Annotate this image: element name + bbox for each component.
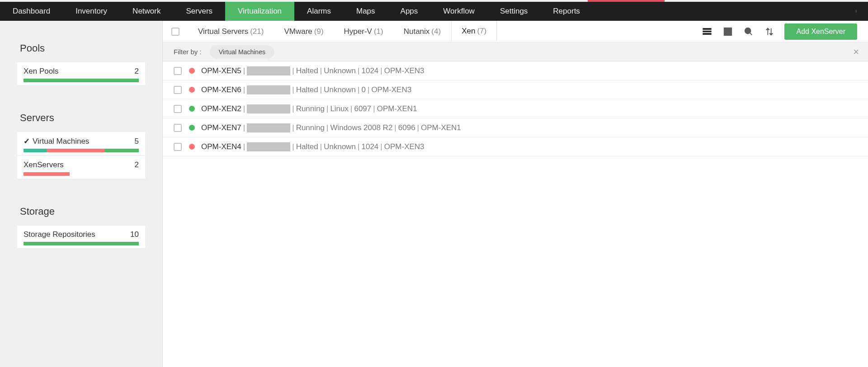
vm-row-checkbox[interactable] — [174, 105, 182, 113]
grid-view-icon[interactable] — [722, 26, 734, 38]
vm-memory: 6096 — [398, 123, 415, 132]
list-view-icon[interactable] — [701, 26, 713, 38]
sidebar-section-storage: StorageStorage Repositories10 — [0, 206, 162, 248]
tab-label: Xen — [462, 27, 475, 36]
vm-redacted — [247, 66, 290, 75]
tab-label: Virtual Servers — [198, 27, 248, 36]
vm-redacted — [247, 123, 290, 132]
status-dot-icon — [189, 106, 195, 112]
vm-redacted — [247, 104, 290, 113]
vm-host: OPM-XEN3 — [371, 85, 411, 94]
tab-label: VMware — [284, 27, 312, 36]
sidebar-row-label: XenServers — [24, 160, 64, 169]
vm-state: Running — [296, 123, 325, 132]
vm-row[interactable]: OPM-XEN2 | | Running | Linux | 6097 | OP… — [163, 99, 868, 118]
nav-item-dashboard[interactable]: Dashboard — [0, 2, 63, 21]
tab-count: (9) — [314, 27, 324, 36]
nav-item-virtualization[interactable]: Virtualization — [225, 2, 294, 21]
vm-row-checkbox[interactable] — [174, 67, 182, 75]
status-dot-icon — [189, 68, 195, 74]
svg-rect-3 — [703, 28, 711, 29]
vm-state: Halted — [296, 142, 318, 151]
vm-host: OPM-XEN1 — [421, 123, 461, 132]
vm-os: Unknown — [324, 66, 356, 75]
sidebar-heading: Storage — [0, 206, 162, 226]
vm-os: Unknown — [324, 142, 356, 151]
vm-row[interactable]: OPM-XEN7 | | Running | Windows 2008 R2 |… — [163, 118, 868, 137]
filter-pill[interactable]: Virtual Machines — [210, 45, 274, 59]
sidebar-row[interactable]: Storage Repositories10 — [17, 226, 145, 248]
nav-item-servers[interactable]: Servers — [173, 2, 225, 21]
sidebar-section-pools: PoolsXen Pools2 — [0, 42, 162, 85]
vm-state: Halted — [296, 66, 318, 75]
sidebar-row-bar — [24, 172, 139, 176]
vm-row[interactable]: OPM-XEN5 | | Halted | Unknown | 1024 | O… — [163, 61, 868, 80]
sidebar-row-count: 10 — [130, 230, 139, 239]
vm-row-checkbox[interactable] — [174, 86, 182, 94]
vm-memory: 0 — [362, 85, 366, 94]
nav-item-apps[interactable]: Apps — [388, 2, 431, 21]
sidebar-row[interactable]: Xen Pools2 — [17, 62, 145, 85]
sidebar-section-servers: Servers✓Virtual Machines5XenServers2 — [0, 112, 162, 179]
nav-item-maps[interactable]: Maps — [344, 2, 388, 21]
vm-name: OPM-XEN6 — [201, 85, 241, 94]
tab-bar: Virtual Servers (21)VMware (9)Hyper-V (1… — [163, 21, 868, 42]
sidebar-row-count: 2 — [135, 67, 139, 76]
tab-xen[interactable]: Xen (7) — [451, 21, 497, 42]
add-xenserver-button[interactable]: Add XenServer — [784, 24, 857, 40]
close-icon[interactable]: × — [853, 47, 859, 57]
sidebar-row[interactable]: XenServers2 — [17, 156, 145, 179]
svg-line-12 — [750, 33, 752, 35]
nav-item-inventory[interactable]: Inventory — [63, 2, 120, 21]
nav-item-reports[interactable]: Reports — [540, 2, 593, 21]
tab-count: (4) — [431, 27, 441, 36]
select-all-checkbox[interactable] — [171, 28, 179, 36]
vm-name: OPM-XEN4 — [201, 142, 241, 151]
sidebar-row-label: Storage Repositories — [24, 230, 95, 239]
tab-vmware[interactable]: VMware (9) — [274, 21, 334, 42]
svg-point-2 — [856, 12, 856, 12]
vm-row-checkbox[interactable] — [174, 124, 182, 132]
vm-state: Running — [296, 104, 325, 113]
svg-rect-4 — [703, 31, 711, 32]
sort-icon[interactable] — [764, 26, 775, 38]
vm-memory: 6097 — [354, 104, 371, 113]
tab-count: (1) — [374, 27, 383, 36]
status-dot-icon — [189, 125, 195, 131]
main-panel: Virtual Servers (21)VMware (9)Hyper-V (1… — [163, 21, 868, 367]
sidebar-heading: Pools — [0, 42, 162, 62]
nav-item-alarms[interactable]: Alarms — [294, 2, 344, 21]
sidebar-row-label: Xen Pools — [24, 67, 59, 76]
vm-os: Unknown — [324, 85, 356, 94]
nav-item-workflow[interactable]: Workflow — [430, 2, 487, 21]
svg-rect-5 — [703, 33, 711, 34]
tab-nutanix[interactable]: Nutanix (4) — [394, 21, 451, 42]
tab-hyper-v[interactable]: Hyper-V (1) — [334, 21, 394, 42]
vm-list: OPM-XEN5 | | Halted | Unknown | 1024 | O… — [163, 61, 868, 156]
vm-row-checkbox[interactable] — [174, 143, 182, 151]
tab-count: (7) — [477, 27, 486, 36]
vm-memory: 1024 — [362, 66, 379, 75]
search-icon[interactable] — [743, 26, 755, 38]
svg-point-11 — [745, 28, 751, 33]
sidebar-row-bar — [24, 79, 139, 82]
tabs-host: Virtual Servers (21)VMware (9)Hyper-V (1… — [188, 21, 497, 42]
nav-more-icon[interactable] — [846, 2, 868, 21]
nav-item-settings[interactable]: Settings — [487, 2, 540, 21]
vm-row[interactable]: OPM-XEN4 | | Halted | Unknown | 1024 | O… — [163, 137, 868, 156]
tab-virtual-servers[interactable]: Virtual Servers (21) — [188, 21, 274, 42]
sidebar-row[interactable]: ✓Virtual Machines5 — [17, 132, 145, 155]
vm-name: OPM-XEN5 — [201, 66, 241, 75]
sidebar-row-bar — [24, 149, 139, 152]
svg-point-1 — [856, 11, 856, 11]
sidebar-row-bar — [24, 242, 139, 245]
nav-item-network[interactable]: Network — [120, 2, 173, 21]
vm-host: OPM-XEN3 — [384, 142, 425, 151]
sidebar-row-label: Virtual Machines — [33, 137, 89, 146]
vm-row[interactable]: OPM-XEN6 | | Halted | Unknown | 0 | OPM-… — [163, 80, 868, 99]
svg-rect-6 — [724, 28, 732, 35]
vm-name: OPM-XEN7 — [201, 123, 241, 132]
toolbar-right: Add XenServer — [701, 24, 868, 40]
tab-count: (21) — [250, 27, 264, 36]
vm-state: Halted — [296, 85, 318, 94]
